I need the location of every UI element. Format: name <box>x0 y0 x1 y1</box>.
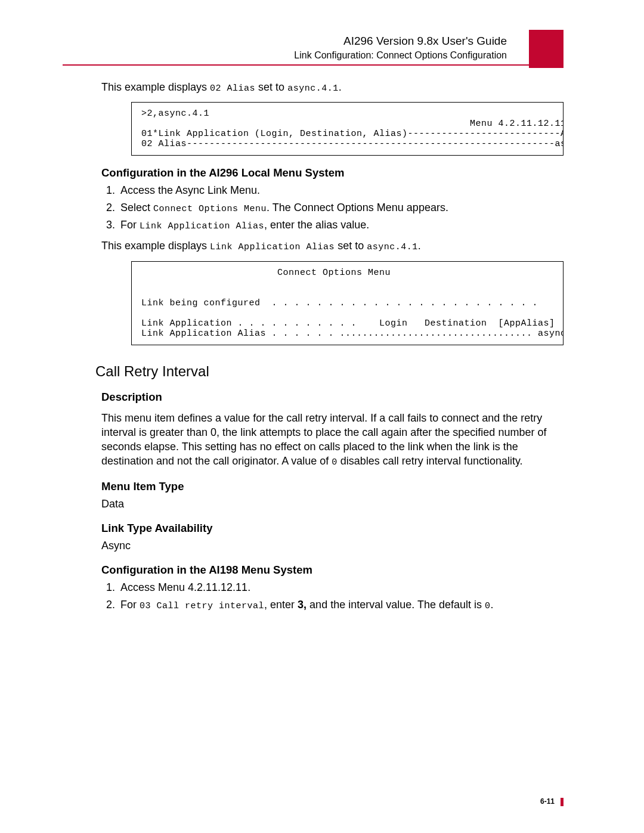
brand-accent-block <box>529 30 564 68</box>
intro-text-1: This example displays 02 Alias set to as… <box>101 80 564 95</box>
section-heading-local-menu: Configuration in the AI296 Local Menu Sy… <box>101 166 564 179</box>
menu-item-type-value: Data <box>101 497 564 511</box>
section-heading-ai198: Configuration in the AI198 Menu System <box>101 563 564 577</box>
step-a1: Access the Async Link Menu. <box>118 184 564 197</box>
desc-heading: Description <box>101 391 564 404</box>
page-number: 6-11 <box>540 797 555 806</box>
step-b1: Access Menu 4.2.11.12.11. <box>118 581 564 594</box>
link-type-avail-heading: Link Type Availability <box>101 522 564 535</box>
desc-text: This menu item defines a value for the c… <box>101 411 564 469</box>
doc-title: AI296 Version 9.8x User's Guide <box>0 35 507 48</box>
step-b2: For 03 Call retry interval, enter 3, and… <box>118 599 564 611</box>
doc-subtitle: Link Configuration: Connect Options Conf… <box>0 50 507 61</box>
code-block-2: Connect Options Menu Link being configur… <box>131 261 564 345</box>
intro-text-2: This example displays Link Application A… <box>101 239 564 253</box>
hr-rule <box>63 64 564 66</box>
section-heading-call-retry: Call Retry Interval <box>95 363 564 380</box>
page-number-mark <box>561 798 564 806</box>
step-a3: For Link Application Alias, enter the al… <box>118 219 564 231</box>
menu-item-type-heading: Menu Item Type <box>101 480 564 493</box>
step-a2: Select Connect Options Menu. The Connect… <box>118 202 564 214</box>
steps-list-a: Access the Async Link Menu. Select Conne… <box>101 184 564 231</box>
link-type-avail-value: Async <box>101 538 564 553</box>
code-block-1: >2,async.4.1 Menu 4.2.11.12.11 01*Link A… <box>131 102 564 156</box>
steps-list-b: Access Menu 4.2.11.12.11. For 03 Call re… <box>101 581 564 611</box>
